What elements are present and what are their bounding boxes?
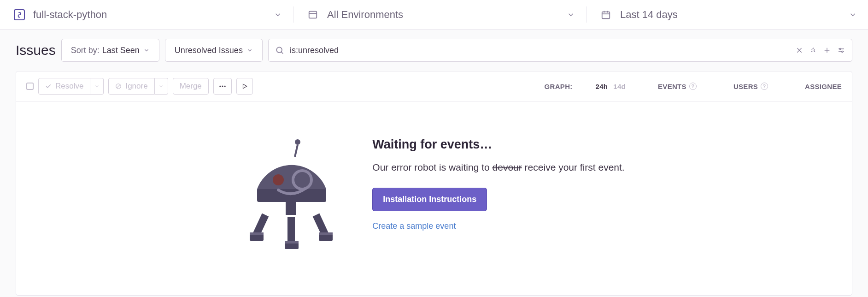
topbar: full-stack-python All Environments Last … bbox=[0, 0, 868, 30]
window-icon bbox=[307, 9, 319, 21]
svg-line-23 bbox=[295, 145, 298, 157]
svg-point-22 bbox=[295, 139, 300, 145]
search-icon bbox=[275, 46, 284, 55]
svg-rect-27 bbox=[286, 202, 296, 215]
svg-point-19 bbox=[222, 86, 223, 87]
svg-rect-32 bbox=[285, 243, 299, 249]
clear-icon[interactable] bbox=[796, 47, 803, 54]
more-actions-button[interactable] bbox=[213, 78, 232, 95]
settings-icon[interactable] bbox=[837, 46, 845, 54]
project-selector[interactable]: full-stack-python bbox=[0, 0, 293, 29]
empty-description: Our error robot is waiting to devour rec… bbox=[372, 160, 624, 175]
svg-point-6 bbox=[276, 47, 282, 53]
project-icon bbox=[14, 9, 25, 20]
ignore-label: Ignore bbox=[125, 82, 147, 91]
pin-icon[interactable] bbox=[809, 47, 817, 54]
svg-point-20 bbox=[224, 86, 226, 87]
robot-illustration bbox=[243, 134, 340, 254]
svg-point-14 bbox=[839, 48, 841, 50]
ignore-button[interactable]: Ignore bbox=[108, 78, 154, 95]
issues-panel: Resolve Ignore Merge GRAPH: bbox=[16, 71, 852, 296]
svg-line-17 bbox=[117, 85, 120, 88]
merge-label: Merge bbox=[180, 82, 202, 91]
svg-rect-2 bbox=[602, 12, 610, 18]
resolve-dropdown[interactable] bbox=[90, 78, 104, 95]
help-icon[interactable]: ? bbox=[689, 83, 697, 90]
chevron-down-icon bbox=[274, 11, 282, 19]
merge-button[interactable]: Merge bbox=[173, 78, 209, 95]
date-range-label: Last 14 days bbox=[620, 9, 849, 21]
toolbar: Issues Sort by: Last Seen Unresolved Iss… bbox=[0, 30, 868, 71]
date-range-selector[interactable]: Last 14 days bbox=[586, 0, 868, 29]
empty-state: Waiting for events… Our error robot is w… bbox=[16, 101, 852, 295]
svg-rect-24 bbox=[257, 189, 326, 202]
range-14d: 14d bbox=[613, 83, 626, 90]
column-range[interactable]: 24h 14d bbox=[596, 83, 626, 90]
ignore-dropdown[interactable] bbox=[155, 78, 168, 95]
range-24h: 24h bbox=[596, 83, 608, 90]
chevron-down-icon bbox=[143, 47, 150, 53]
resolve-label: Resolve bbox=[55, 82, 83, 91]
column-events: EVENTS? bbox=[658, 83, 697, 90]
search-bar bbox=[268, 39, 852, 62]
page-title: Issues bbox=[16, 42, 56, 58]
chevron-down-icon bbox=[849, 11, 857, 19]
play-button[interactable] bbox=[236, 78, 253, 95]
issues-table-header: Resolve Ignore Merge GRAPH: bbox=[16, 71, 852, 101]
svg-line-7 bbox=[281, 52, 283, 53]
create-sample-event-link[interactable]: Create a sample event bbox=[372, 221, 624, 231]
resolve-button-group: Resolve bbox=[38, 78, 104, 95]
column-assignee: ASSIGNEE bbox=[805, 83, 842, 90]
svg-marker-21 bbox=[243, 84, 246, 88]
svg-rect-0 bbox=[309, 11, 317, 18]
sort-value: Last Seen bbox=[102, 46, 140, 55]
ignore-button-group: Ignore bbox=[108, 78, 168, 95]
installation-instructions-button[interactable]: Installation Instructions bbox=[372, 188, 487, 211]
sort-label: Sort by: bbox=[71, 46, 100, 55]
empty-title: Waiting for events… bbox=[372, 137, 624, 152]
filter-dropdown[interactable]: Unresolved Issues bbox=[165, 39, 263, 62]
svg-rect-33 bbox=[319, 234, 333, 241]
svg-point-18 bbox=[219, 86, 221, 87]
chevron-down-icon bbox=[246, 47, 253, 53]
select-all-checkbox[interactable] bbox=[26, 83, 34, 90]
search-input[interactable] bbox=[290, 46, 790, 55]
plus-icon[interactable] bbox=[823, 47, 831, 54]
svg-point-15 bbox=[842, 51, 843, 53]
project-name: full-stack-python bbox=[33, 9, 274, 21]
environment-selector[interactable]: All Environments bbox=[293, 0, 586, 29]
column-graph: GRAPH: bbox=[545, 83, 573, 90]
svg-rect-29 bbox=[287, 217, 295, 244]
svg-point-25 bbox=[273, 174, 284, 185]
svg-rect-34 bbox=[250, 232, 264, 235]
filter-value: Unresolved Issues bbox=[175, 46, 243, 55]
svg-rect-31 bbox=[250, 234, 264, 241]
sort-dropdown[interactable]: Sort by: Last Seen bbox=[61, 39, 159, 62]
chevron-down-icon bbox=[567, 11, 575, 19]
svg-rect-36 bbox=[319, 232, 333, 235]
resolve-button[interactable]: Resolve bbox=[38, 78, 90, 95]
help-icon[interactable]: ? bbox=[761, 83, 768, 90]
environment-label: All Environments bbox=[327, 9, 567, 21]
calendar-icon bbox=[600, 9, 612, 21]
column-users: USERS? bbox=[733, 83, 768, 90]
svg-rect-35 bbox=[285, 241, 299, 244]
